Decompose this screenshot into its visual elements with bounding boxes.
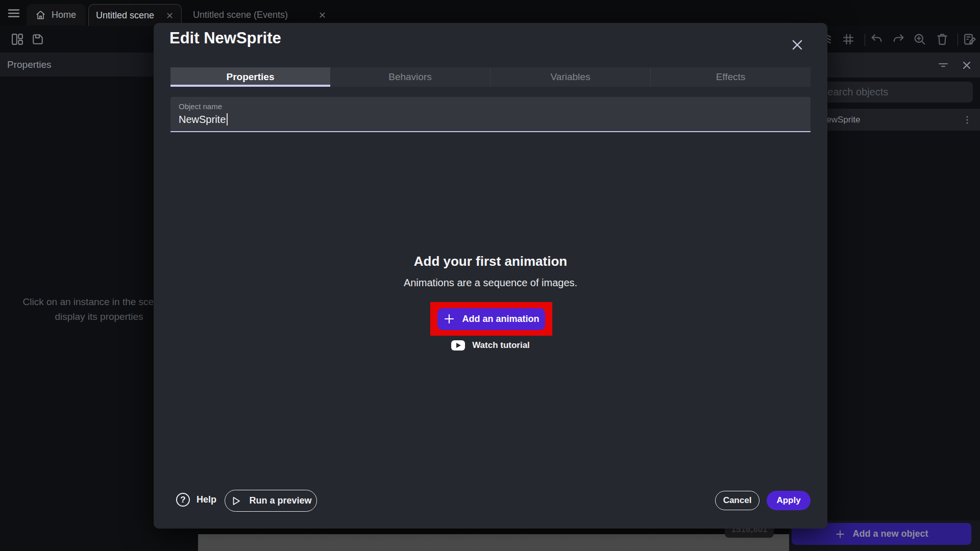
- run-preview-button[interactable]: Run a preview: [225, 490, 317, 512]
- dialog-tab-bar: Properties Behaviors Variables Effects: [170, 67, 811, 87]
- text-caret: [227, 113, 228, 126]
- object-name-input-value: NewSprite: [179, 114, 226, 126]
- layout-panels-icon[interactable]: [10, 32, 24, 46]
- properties-panel-title: Properties: [7, 59, 52, 70]
- tab-home-label: Home: [52, 10, 76, 20]
- tab-behaviors[interactable]: Behaviors: [330, 67, 490, 87]
- close-icon[interactable]: [318, 11, 327, 19]
- tab-events-label: Untitled scene (Events): [193, 10, 288, 20]
- toolbar-separator: [865, 34, 865, 46]
- trash-icon[interactable]: [935, 32, 949, 46]
- main-tab-bar: Home Untitled scene Untitled scene (Even…: [0, 0, 980, 26]
- empty-state-heading: Add your first animation: [154, 254, 827, 269]
- close-icon[interactable]: [165, 11, 174, 20]
- scene-canvas[interactable]: [198, 534, 789, 551]
- plus-icon: [835, 529, 846, 540]
- tab-effects[interactable]: Effects: [650, 67, 811, 87]
- save-icon[interactable]: [31, 32, 45, 46]
- apply-button[interactable]: Apply: [767, 491, 811, 510]
- zoom-in-icon[interactable]: [913, 32, 927, 46]
- edit-object-dialog: Edit NewSprite Properties Behaviors Vari…: [154, 23, 827, 529]
- hamburger-menu-icon[interactable]: [6, 7, 21, 20]
- dialog-title: Edit NewSprite: [169, 29, 281, 47]
- add-animation-button[interactable]: Add an animation: [437, 308, 545, 330]
- dots-vertical-icon[interactable]: [962, 114, 973, 126]
- tab-variables[interactable]: Variables: [490, 67, 650, 87]
- gdevelop-editor: Properties Click on an instance in the s…: [0, 0, 980, 551]
- youtube-play-icon: [451, 340, 465, 350]
- toolbar-separator: [958, 34, 958, 46]
- dialog-close-icon[interactable]: [790, 37, 805, 53]
- home-icon: [35, 9, 46, 21]
- filter-icon[interactable]: [937, 59, 949, 71]
- tab-properties[interactable]: Properties: [170, 67, 330, 87]
- tab-home[interactable]: Home: [27, 4, 86, 26]
- cancel-button[interactable]: Cancel: [715, 491, 760, 510]
- redo-icon[interactable]: [891, 32, 905, 46]
- object-name-input-label: Object name: [179, 102, 802, 111]
- grid-icon[interactable]: [841, 32, 855, 46]
- play-outline-icon: [230, 495, 242, 507]
- tab-untitled-scene-events[interactable]: Untitled scene (Events): [185, 4, 335, 26]
- highlight-annotation-box: Add an animation: [430, 302, 552, 336]
- edit-scene-icon[interactable]: [963, 32, 977, 46]
- tab-scene-label: Untitled scene: [96, 10, 154, 21]
- plus-icon: [443, 313, 455, 325]
- help-link[interactable]: ? Help: [176, 493, 216, 507]
- objects-panel-close-icon[interactable]: [961, 59, 973, 71]
- watch-tutorial-link[interactable]: Watch tutorial: [154, 340, 827, 350]
- undo-icon[interactable]: [870, 32, 884, 46]
- help-circle-icon: ?: [176, 493, 190, 507]
- empty-state-subtitle: Animations are a sequence of images.: [154, 277, 827, 289]
- object-name-input[interactable]: Object name NewSprite: [170, 97, 811, 132]
